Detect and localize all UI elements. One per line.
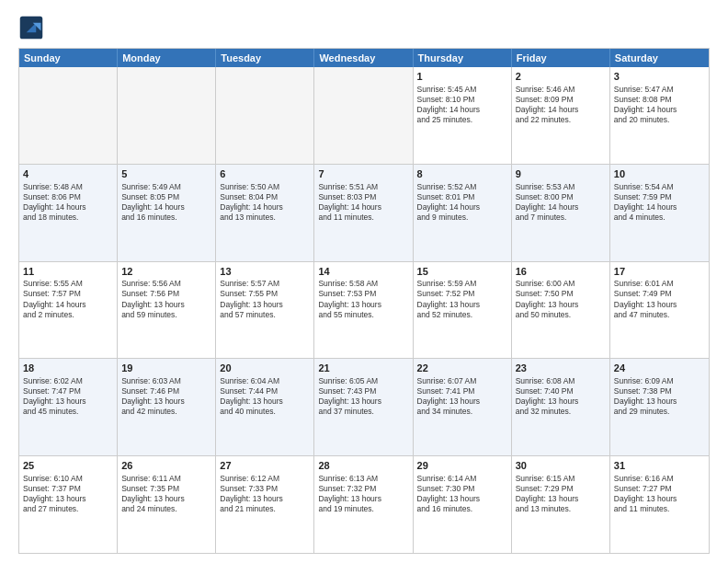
calendar-cell: 12Sunrise: 5:56 AM Sunset: 7:56 PM Dayli…: [118, 262, 216, 359]
cell-text: Sunrise: 6:15 AM Sunset: 7:29 PM Dayligh…: [516, 474, 606, 514]
cell-text: Sunrise: 5:54 AM Sunset: 7:59 PM Dayligh…: [614, 182, 705, 223]
cell-text: Sunrise: 5:47 AM Sunset: 8:08 PM Dayligh…: [614, 85, 705, 125]
day-number: 6: [220, 167, 310, 181]
day-number: 8: [417, 167, 507, 181]
day-number: 21: [318, 362, 408, 375]
cell-text: Sunrise: 5:50 AM Sunset: 8:04 PM Dayligh…: [220, 182, 310, 223]
calendar-row: 18Sunrise: 6:02 AM Sunset: 7:47 PM Dayli…: [19, 358, 709, 455]
day-number: 30: [516, 459, 606, 473]
calendar-cell: 21Sunrise: 6:05 AM Sunset: 7:43 PM Dayli…: [314, 359, 413, 455]
day-number: 15: [417, 265, 507, 279]
calendar-cell: 25Sunrise: 6:10 AM Sunset: 7:37 PM Dayli…: [19, 456, 118, 553]
calendar-cell: 11Sunrise: 5:55 AM Sunset: 7:57 PM Dayli…: [19, 262, 118, 359]
day-number: 22: [417, 362, 507, 375]
header-day: Monday: [118, 49, 216, 67]
day-number: 4: [23, 167, 113, 181]
calendar-cell: 9Sunrise: 5:53 AM Sunset: 8:00 PM Daylig…: [512, 165, 610, 261]
calendar: SundayMondayTuesdayWednesdayThursdayFrid…: [18, 48, 710, 554]
cell-text: Sunrise: 6:14 AM Sunset: 7:30 PM Dayligh…: [417, 474, 507, 514]
calendar-cell: 15Sunrise: 5:59 AM Sunset: 7:52 PM Dayli…: [414, 262, 512, 359]
calendar-cell: 10Sunrise: 5:54 AM Sunset: 7:59 PM Dayli…: [610, 165, 709, 261]
calendar-cell: 16Sunrise: 6:00 AM Sunset: 7:50 PM Dayli…: [512, 262, 610, 359]
cell-text: Sunrise: 5:58 AM Sunset: 7:53 PM Dayligh…: [318, 279, 408, 319]
cell-text: Sunrise: 5:46 AM Sunset: 8:09 PM Dayligh…: [516, 85, 606, 125]
calendar-cell: 8Sunrise: 5:52 AM Sunset: 8:01 PM Daylig…: [414, 165, 512, 261]
calendar-cell: 20Sunrise: 6:04 AM Sunset: 7:44 PM Dayli…: [216, 359, 314, 455]
calendar-cell: [314, 67, 413, 164]
cell-text: Sunrise: 6:00 AM Sunset: 7:50 PM Dayligh…: [516, 279, 606, 319]
cell-text: Sunrise: 5:52 AM Sunset: 8:01 PM Dayligh…: [417, 182, 507, 223]
day-number: 16: [516, 265, 606, 279]
cell-text: Sunrise: 6:01 AM Sunset: 7:49 PM Dayligh…: [614, 279, 705, 319]
calendar-cell: 19Sunrise: 6:03 AM Sunset: 7:46 PM Dayli…: [118, 359, 216, 455]
calendar-cell: 31Sunrise: 6:16 AM Sunset: 7:27 PM Dayli…: [610, 456, 709, 553]
cell-text: Sunrise: 5:59 AM Sunset: 7:52 PM Dayligh…: [417, 279, 507, 319]
calendar-header: SundayMondayTuesdayWednesdayThursdayFrid…: [19, 49, 709, 67]
day-number: 2: [516, 70, 606, 84]
day-number: 24: [614, 362, 705, 375]
day-number: 18: [23, 362, 113, 375]
day-number: 26: [121, 459, 211, 473]
calendar-row: 25Sunrise: 6:10 AM Sunset: 7:37 PM Dayli…: [19, 455, 709, 553]
cell-text: Sunrise: 5:51 AM Sunset: 8:03 PM Dayligh…: [318, 182, 408, 223]
day-number: 20: [220, 362, 310, 375]
day-number: 27: [220, 459, 310, 473]
day-number: 19: [121, 362, 211, 375]
cell-text: Sunrise: 5:55 AM Sunset: 7:57 PM Dayligh…: [23, 279, 113, 319]
day-number: 12: [121, 265, 211, 279]
day-number: 13: [220, 265, 310, 279]
page: SundayMondayTuesdayWednesdayThursdayFrid…: [0, 0, 728, 563]
cell-text: Sunrise: 6:12 AM Sunset: 7:33 PM Dayligh…: [220, 474, 310, 514]
calendar-cell: 2Sunrise: 5:46 AM Sunset: 8:09 PM Daylig…: [512, 67, 610, 164]
calendar-cell: [19, 67, 118, 164]
cell-text: Sunrise: 6:07 AM Sunset: 7:41 PM Dayligh…: [417, 376, 507, 417]
cell-text: Sunrise: 5:53 AM Sunset: 8:00 PM Dayligh…: [516, 182, 606, 223]
calendar-cell: [118, 67, 216, 164]
day-number: 5: [121, 167, 211, 181]
calendar-cell: [216, 67, 314, 164]
calendar-row: 4Sunrise: 5:48 AM Sunset: 8:06 PM Daylig…: [19, 164, 709, 261]
calendar-cell: 13Sunrise: 5:57 AM Sunset: 7:55 PM Dayli…: [216, 262, 314, 359]
header-day: Wednesday: [314, 49, 413, 67]
header-day: Thursday: [414, 49, 512, 67]
calendar-cell: 5Sunrise: 5:49 AM Sunset: 8:05 PM Daylig…: [118, 165, 216, 261]
day-number: 29: [417, 459, 507, 473]
day-number: 1: [417, 70, 507, 84]
cell-text: Sunrise: 5:49 AM Sunset: 8:05 PM Dayligh…: [121, 182, 211, 223]
day-number: 17: [614, 265, 705, 279]
calendar-cell: 7Sunrise: 5:51 AM Sunset: 8:03 PM Daylig…: [314, 165, 413, 261]
calendar-cell: 17Sunrise: 6:01 AM Sunset: 7:49 PM Dayli…: [610, 262, 709, 359]
cell-text: Sunrise: 6:05 AM Sunset: 7:43 PM Dayligh…: [318, 376, 408, 417]
calendar-cell: 26Sunrise: 6:11 AM Sunset: 7:35 PM Dayli…: [118, 456, 216, 553]
cell-text: Sunrise: 6:13 AM Sunset: 7:32 PM Dayligh…: [318, 474, 408, 514]
cell-text: Sunrise: 6:10 AM Sunset: 7:37 PM Dayligh…: [23, 474, 113, 514]
calendar-cell: 22Sunrise: 6:07 AM Sunset: 7:41 PM Dayli…: [414, 359, 512, 455]
calendar-cell: 30Sunrise: 6:15 AM Sunset: 7:29 PM Dayli…: [512, 456, 610, 553]
calendar-cell: 1Sunrise: 5:45 AM Sunset: 8:10 PM Daylig…: [414, 67, 512, 164]
header-day: Sunday: [19, 49, 118, 67]
calendar-cell: 4Sunrise: 5:48 AM Sunset: 8:06 PM Daylig…: [19, 165, 118, 261]
calendar-cell: 18Sunrise: 6:02 AM Sunset: 7:47 PM Dayli…: [19, 359, 118, 455]
logo-icon: [18, 15, 44, 40]
calendar-cell: 14Sunrise: 5:58 AM Sunset: 7:53 PM Dayli…: [314, 262, 413, 359]
calendar-body: 1Sunrise: 5:45 AM Sunset: 8:10 PM Daylig…: [19, 67, 709, 553]
header-day: Saturday: [610, 49, 709, 67]
cell-text: Sunrise: 6:11 AM Sunset: 7:35 PM Dayligh…: [121, 474, 211, 514]
day-number: 10: [614, 167, 705, 181]
cell-text: Sunrise: 6:03 AM Sunset: 7:46 PM Dayligh…: [121, 376, 211, 417]
calendar-cell: 3Sunrise: 5:47 AM Sunset: 8:08 PM Daylig…: [610, 67, 709, 164]
calendar-cell: 29Sunrise: 6:14 AM Sunset: 7:30 PM Dayli…: [414, 456, 512, 553]
calendar-cell: 6Sunrise: 5:50 AM Sunset: 8:04 PM Daylig…: [216, 165, 314, 261]
cell-text: Sunrise: 6:02 AM Sunset: 7:47 PM Dayligh…: [23, 376, 113, 417]
cell-text: Sunrise: 5:57 AM Sunset: 7:55 PM Dayligh…: [220, 279, 310, 319]
day-number: 28: [318, 459, 408, 473]
cell-text: Sunrise: 6:09 AM Sunset: 7:38 PM Dayligh…: [614, 376, 705, 417]
calendar-row: 11Sunrise: 5:55 AM Sunset: 7:57 PM Dayli…: [19, 261, 709, 359]
header: [18, 15, 710, 40]
cell-text: Sunrise: 6:04 AM Sunset: 7:44 PM Dayligh…: [220, 376, 310, 417]
calendar-cell: 24Sunrise: 6:09 AM Sunset: 7:38 PM Dayli…: [610, 359, 709, 455]
day-number: 31: [614, 459, 705, 473]
day-number: 9: [516, 167, 606, 181]
cell-text: Sunrise: 5:56 AM Sunset: 7:56 PM Dayligh…: [121, 279, 211, 319]
day-number: 25: [23, 459, 113, 473]
